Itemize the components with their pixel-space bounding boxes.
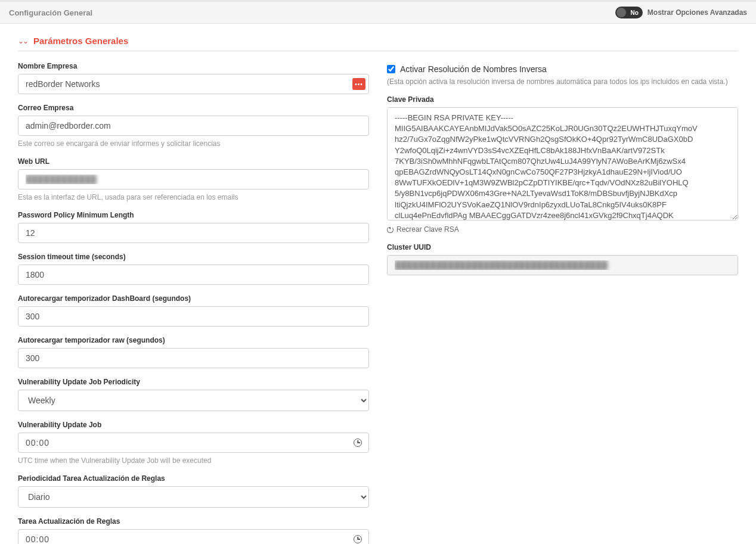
company-email-input[interactable] xyxy=(18,116,369,136)
vuln-period-label: Vulnerability Update Job Periodicity xyxy=(18,378,369,386)
toggle-state-label: No xyxy=(630,10,638,16)
refresh-icon xyxy=(387,226,394,233)
raw-reload-label: Autorecargar temporizador raw (segundos) xyxy=(18,336,369,344)
left-column: Nombre Empresa ••• Correo Empresa Este c… xyxy=(18,62,369,544)
web-url-input[interactable] xyxy=(18,169,369,189)
topbar: Configuración General No Mostrar Opcione… xyxy=(0,0,756,24)
dash-reload-input[interactable] xyxy=(18,306,369,327)
company-name-label: Nombre Empresa xyxy=(18,62,369,70)
pwd-min-len-input[interactable] xyxy=(18,223,369,243)
section-header[interactable]: ⌄⌄ Parámetros Generales xyxy=(18,36,738,51)
reverse-dns-help: (Esta opción activa la resolución invers… xyxy=(387,77,738,86)
regen-rsa-label: Recrear Clave RSA xyxy=(396,225,459,234)
regen-rsa-link[interactable]: Recrear Clave RSA xyxy=(387,225,738,234)
vuln-period-select[interactable]: Weekly xyxy=(18,390,369,411)
vuln-job-time-input[interactable] xyxy=(18,433,369,453)
company-name-input[interactable] xyxy=(18,74,369,94)
session-timeout-label: Session timeout time (seconds) xyxy=(18,253,369,261)
rules-period-label: Periodicidad Tarea Actualización de Regl… xyxy=(18,474,369,483)
rules-job-time-input[interactable] xyxy=(18,529,369,544)
private-key-label: Clave Privada xyxy=(387,95,738,104)
reverse-dns-label: Activar Resolución de Nombres Inversa xyxy=(400,64,547,74)
private-key-textarea[interactable] xyxy=(387,107,738,220)
session-timeout-input[interactable] xyxy=(18,265,369,285)
reverse-dns-checkbox[interactable] xyxy=(387,65,395,73)
advanced-toggle[interactable]: No xyxy=(615,7,643,18)
company-email-label: Correo Empresa xyxy=(18,104,369,112)
section-title: Parámetros Generales xyxy=(33,36,128,46)
web-url-help: Esta es la interfaz de URL, usada para s… xyxy=(18,193,369,201)
raw-reload-input[interactable] xyxy=(18,348,369,368)
toggle-knob xyxy=(616,8,626,17)
rules-job-label: Tarea Actualización de Reglas xyxy=(18,517,369,526)
cluster-uuid-label: Cluster UUID xyxy=(387,243,738,251)
page-title: Configuración General xyxy=(9,8,92,17)
company-email-help: Este correo se encargará de enviar infor… xyxy=(18,139,369,148)
chevron-down-icon: ⌄⌄ xyxy=(18,37,27,45)
cluster-uuid-input[interactable] xyxy=(387,255,738,275)
right-column: Activar Resolución de Nombres Inversa (E… xyxy=(387,62,738,544)
advanced-options-control: No Mostrar Opciones Avanzadas xyxy=(615,7,747,18)
rules-period-select[interactable]: Diario xyxy=(18,486,369,508)
vuln-job-help: UTC time when the Vulnerability Update J… xyxy=(18,456,369,465)
dash-reload-label: Autorecargar temporizador DashBoard (seg… xyxy=(18,294,369,303)
clock-icon xyxy=(354,535,362,543)
clock-icon xyxy=(354,439,362,447)
web-url-label: Web URL xyxy=(18,157,369,166)
advanced-toggle-label: Mostrar Opciones Avanzadas xyxy=(647,8,747,17)
pwd-min-len-label: Password Policy Minimum Length xyxy=(18,211,369,219)
password-manager-icon[interactable]: ••• xyxy=(352,78,365,90)
vuln-job-label: Vulnerability Update Job xyxy=(18,421,369,429)
